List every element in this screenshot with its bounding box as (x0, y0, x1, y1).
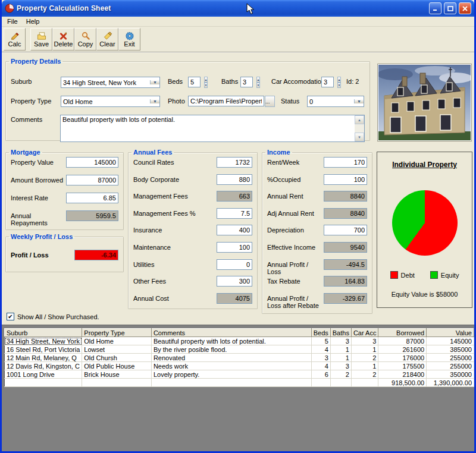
property-type-dropdown-icon[interactable]: ▼ (150, 99, 159, 103)
car-stepper[interactable]: ▲▼ (335, 77, 343, 88)
baths-up-icon[interactable]: ▲ (256, 77, 261, 83)
car-accomodation-field[interactable] (321, 77, 334, 87)
amount-borrowed-field[interactable] (66, 175, 118, 185)
baths-field[interactable] (240, 77, 253, 87)
cell-beds[interactable]: 5 (311, 337, 330, 345)
cell-property-type[interactable]: Old Home (82, 337, 152, 345)
scroll-up-icon[interactable]: ▲ (355, 115, 364, 124)
beds-up-icon[interactable]: ▲ (204, 77, 208, 83)
suburb-dropdown-icon[interactable]: ▼ (150, 80, 159, 84)
photo-path-field[interactable] (188, 96, 264, 106)
cell-suburb[interactable]: 12 Davis Rd, Kingston, C (5, 362, 82, 370)
cell-beds[interactable]: 3 (311, 354, 330, 362)
suburb-combobox[interactable]: 34 High Street, New York ▼ (61, 77, 160, 88)
cell-borrowed[interactable]: 87000 (378, 337, 427, 345)
cell-borrowed[interactable]: 218400 (378, 370, 427, 379)
column-header-borrowed[interactable]: Borrowed (378, 329, 427, 337)
photo-browse-button[interactable]: ... (265, 96, 275, 107)
other-fees-field[interactable] (217, 276, 252, 287)
cell-suburb[interactable]: 12 Main Rd, Melaney, Q (5, 354, 82, 362)
cell-car-acc[interactable]: 3 (351, 337, 378, 345)
column-header-comments[interactable]: Comments (151, 329, 311, 337)
table-row[interactable]: 16 Steel Rd, Port VictoriaLowsetBy the r… (5, 345, 474, 354)
cell-value[interactable]: 145000 (427, 337, 474, 345)
cell-car-acc[interactable]: 2 (351, 370, 378, 379)
cell-borrowed[interactable]: 175500 (378, 362, 427, 370)
car-down-icon[interactable]: ▼ (337, 83, 342, 89)
cell-borrowed[interactable]: 261600 (378, 345, 427, 354)
column-header-suburb[interactable]: Suburb (5, 329, 82, 337)
management-fees-field[interactable] (217, 208, 252, 219)
body-corporate-field[interactable] (217, 174, 252, 185)
cell-baths[interactable]: 3 (330, 362, 351, 370)
column-header-baths[interactable]: Baths (330, 329, 351, 337)
table-row[interactable]: 12 Davis Rd, Kingston, COld Public House… (5, 362, 474, 370)
cell-comments[interactable]: Lovely property. (151, 370, 311, 379)
cell-comments[interactable]: Needs work (151, 362, 311, 370)
baths-down-icon[interactable]: ▼ (256, 83, 261, 89)
table-row[interactable]: 12 Main Rd, Melaney, QOld ChurshRenovate… (5, 354, 474, 362)
cell-property-type[interactable]: Old Public House (82, 362, 152, 370)
cell-comments[interactable]: By the river posible flood. (151, 345, 311, 354)
cell-beds[interactable]: 4 (311, 362, 330, 370)
column-header-property-type[interactable]: Property Type (82, 329, 152, 337)
maximize-button[interactable] (444, 2, 456, 14)
comments-scrollbar[interactable]: ▲ ▼ (355, 115, 364, 141)
cell-baths[interactable]: 1 (330, 354, 351, 362)
cell-value[interactable]: 385000 (427, 345, 474, 354)
cell-comments[interactable]: Beautiful property with lots of potentia… (151, 337, 311, 345)
depreciation-field[interactable] (324, 225, 367, 235)
close-button[interactable] (459, 2, 471, 14)
cell-property-type[interactable]: Lowset (82, 345, 152, 354)
menu-help[interactable]: Help (22, 17, 44, 26)
cell-baths[interactable]: 1 (330, 345, 351, 354)
delete-button[interactable]: Delete (52, 28, 74, 51)
cell-comments[interactable]: Renovated (151, 354, 311, 362)
column-header-beds[interactable]: Beds (311, 329, 330, 337)
cell-value[interactable]: 255000 (427, 362, 474, 370)
rent-week-field[interactable] (324, 157, 367, 168)
column-header-value[interactable]: Value (427, 329, 474, 337)
cell-baths[interactable]: 3 (330, 337, 351, 345)
cell-borrowed[interactable]: 176000 (378, 354, 427, 362)
status-dropdown-icon[interactable]: ▼ (354, 99, 364, 103)
minimize-button[interactable] (429, 2, 441, 14)
property-value-field[interactable] (66, 157, 118, 168)
show-all-checkbox-row[interactable]: ✔ Show All / Show Purchased. (7, 313, 99, 320)
cell-beds[interactable]: 4 (311, 345, 330, 354)
table-row[interactable]: 34 High Street, New YorkOld HomeBeautifu… (5, 337, 474, 345)
baths-stepper[interactable]: ▲▼ (254, 77, 262, 88)
comments-textarea[interactable]: Beautiful property with lots of potentia… (61, 115, 355, 141)
calc-button[interactable]: Calc (4, 28, 26, 51)
exit-button[interactable]: Exit (118, 28, 140, 51)
save-button[interactable]: Save (30, 28, 52, 51)
clear-button[interactable]: Clear (96, 28, 118, 51)
status-combobox[interactable]: 0 ▼ (307, 96, 364, 107)
occupied-field[interactable] (324, 174, 367, 185)
menu-file[interactable]: File (3, 17, 22, 26)
cell-baths[interactable]: 2 (330, 370, 351, 379)
insurance-field[interactable] (217, 225, 252, 235)
cell-property-type[interactable]: Old Chursh (82, 354, 152, 362)
utilities-field[interactable] (217, 259, 252, 270)
cell-beds[interactable]: 6 (311, 370, 330, 379)
property-type-combobox[interactable]: Old Home ▼ (61, 96, 160, 107)
cell-suburb[interactable]: 1001 Long Drive (5, 370, 82, 379)
cell-suburb[interactable]: 34 High Street, New York (5, 337, 82, 345)
beds-field[interactable] (188, 77, 201, 87)
copy-button[interactable]: Copy (74, 28, 96, 51)
interest-rate-field[interactable] (66, 193, 118, 203)
table-row[interactable]: 1001 Long DriveBrick HouseLovely propert… (5, 370, 474, 379)
maintenance-field[interactable] (217, 242, 252, 253)
car-up-icon[interactable]: ▲ (337, 77, 342, 83)
cell-car-acc[interactable]: 1 (351, 362, 378, 370)
cell-car-acc[interactable]: 1 (351, 345, 378, 354)
cell-property-type[interactable]: Brick House (82, 370, 152, 379)
cell-suburb[interactable]: 16 Steel Rd, Port Victoria (5, 345, 82, 354)
show-all-checkbox[interactable]: ✔ (7, 313, 14, 320)
scroll-down-icon[interactable]: ▼ (355, 133, 364, 141)
cell-car-acc[interactable]: 2 (351, 354, 378, 362)
beds-down-icon[interactable]: ▼ (204, 83, 208, 89)
title-bar[interactable]: Property Calculation Sheet (2, 0, 474, 17)
cell-value[interactable]: 255000 (427, 354, 474, 362)
